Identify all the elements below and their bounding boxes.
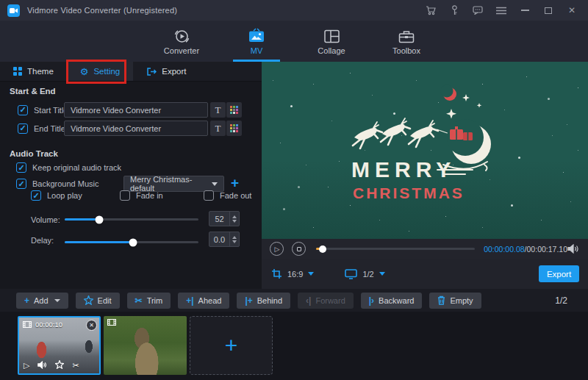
keep-original-audio-checkbox[interactable]: ✓ [16, 162, 26, 173]
loop-play-label: Loop play [47, 191, 82, 200]
add-clip-placeholder[interactable]: + [190, 316, 273, 375]
tab-toolbox[interactable]: Toolbox [380, 21, 433, 62]
maximize-button[interactable] [542, 4, 554, 16]
tab-collage[interactable]: Collage [305, 21, 358, 62]
panel-tab-export[interactable]: Export [133, 62, 199, 81]
volume-down-arrow[interactable] [232, 220, 237, 223]
plus-icon: + [24, 296, 29, 305]
export-button[interactable]: Export [539, 265, 579, 282]
section-header-start-end: Start & End [10, 87, 56, 96]
empty-list-button[interactable]: Empty [429, 293, 481, 309]
time-display: 00:00:00.08/00:00:17.10 [484, 245, 567, 254]
fade-out-checkbox[interactable]: ✓ [204, 190, 214, 201]
move-forward-button[interactable]: ‹| Forward [298, 293, 354, 309]
stop-button[interactable] [292, 242, 306, 256]
loop-play-checkbox[interactable]: ✓ [31, 190, 41, 201]
volume-mute-button[interactable] [567, 244, 579, 254]
christmas-scene [262, 62, 588, 239]
delay-down-arrow[interactable] [232, 240, 237, 243]
timeline-clip-2[interactable] [104, 316, 187, 375]
screen-page-selector[interactable]: 1/2 [345, 269, 384, 279]
cart-icon[interactable] [425, 4, 437, 16]
move-backward-button[interactable]: |› Backward [361, 293, 423, 309]
start-title-effect-button[interactable] [226, 102, 242, 118]
volume-label: Volume: [31, 215, 60, 224]
volume-slider-thumb[interactable] [96, 215, 104, 223]
panel-tab-bar: Theme ⚙ Setting Export [0, 62, 262, 82]
minimize-button[interactable] [519, 4, 531, 16]
scissors-icon: ✂ [135, 296, 143, 305]
close-button[interactable]: ✕ [566, 4, 578, 16]
delay-slider[interactable] [65, 241, 198, 243]
end-title-checkbox[interactable]: ✓ [18, 123, 28, 134]
register-key-icon[interactable] [448, 4, 460, 16]
delay-up-arrow[interactable] [232, 236, 237, 239]
insert-ahead-button[interactable]: +| Ahead [178, 293, 229, 309]
monitor-icon [345, 269, 357, 279]
clip-toolbar: + Add Edit ✂ Trim +| Ahead |+ Behind ‹| … [0, 289, 588, 312]
background-music-checkbox[interactable]: ✓ [16, 179, 26, 189]
background-music-label: Background Music [32, 179, 99, 188]
pixel-grid-icon [230, 106, 238, 114]
volume-slider[interactable] [65, 218, 198, 221]
aspect-ratio-selector[interactable]: 16:9 [271, 268, 314, 279]
end-title-font-button[interactable]: T [210, 121, 226, 136]
end-title-effect-button[interactable] [226, 121, 242, 136]
section-header-audio-track: Audio Track [10, 149, 58, 158]
volume-up-arrow[interactable] [232, 215, 237, 218]
volume-value: 52 [209, 215, 229, 223]
preview-panel: MERRY CHRISTMAS ▷ 00:00:00.08/00:00:17.1… [262, 62, 588, 289]
clip-trim-icon[interactable]: ✂ [72, 362, 79, 370]
magic-star-icon [84, 295, 93, 305]
trim-clip-button[interactable]: ✂ Trim [127, 293, 171, 309]
clip-play-icon[interactable]: ▷ [24, 362, 29, 370]
fade-in-checkbox[interactable]: ✓ [120, 190, 130, 201]
main-navbar: Converter MV Collage Toolbox [0, 21, 588, 62]
remove-clip-icon[interactable]: ✕ [86, 320, 97, 331]
toolbox-icon [398, 28, 415, 45]
add-clip-button[interactable]: + Add [16, 293, 68, 309]
menu-icon[interactable] [495, 4, 507, 16]
aspect-ratio-icon [271, 268, 282, 279]
clip-audio-icon[interactable] [37, 361, 47, 370]
insert-ahead-icon: +| [186, 296, 193, 305]
volume-slider-fill [65, 218, 99, 221]
settings-panel: Theme ⚙ Setting Export Start & End ✓ Sta… [0, 62, 262, 289]
panel-tab-theme[interactable]: Theme [0, 62, 67, 81]
panel-tab-setting-label: Setting [93, 67, 120, 76]
gear-icon: ⚙ [80, 67, 89, 76]
delay-slider-thumb[interactable] [129, 238, 137, 246]
volume-spinbox[interactable]: 52 [209, 211, 240, 226]
move-forward-icon: ‹| [306, 296, 311, 305]
chevron-down-icon [308, 272, 314, 276]
panel-tab-setting[interactable]: ⚙ Setting [67, 62, 133, 81]
end-title-input[interactable] [64, 121, 208, 136]
tab-converter[interactable]: Converter [155, 21, 208, 62]
export-tab-icon [146, 67, 157, 76]
pixel-grid-icon [230, 124, 238, 132]
start-title-input[interactable] [64, 102, 208, 118]
fade-in-label: Fade in [136, 191, 163, 200]
delay-slider-fill [65, 241, 133, 243]
decor-dash [437, 169, 473, 171]
add-music-button[interactable]: + [231, 176, 239, 190]
tab-mv[interactable]: MV [230, 21, 283, 62]
start-title-checkbox[interactable]: ✓ [18, 105, 28, 115]
preview-title-christmas: CHRISTMAS [353, 185, 465, 201]
insert-behind-button[interactable]: |+ Behind [237, 293, 290, 309]
timeline-clip-1-selected[interactable]: 00:00:10 ✕ ▷ ✂ [18, 316, 101, 375]
plus-icon: + [225, 334, 238, 356]
feedback-icon[interactable] [472, 4, 484, 16]
play-button[interactable]: ▷ [270, 242, 284, 256]
edit-clip-button[interactable]: Edit [76, 293, 120, 309]
delay-value: 0.0 [209, 235, 229, 244]
seek-bar-thumb[interactable] [319, 245, 326, 253]
start-title-font-button[interactable]: T [210, 102, 226, 118]
clip-edit-icon[interactable] [55, 360, 64, 370]
theme-icon [13, 67, 22, 76]
delay-spinbox[interactable]: 0.0 [209, 232, 240, 247]
seek-bar[interactable] [316, 248, 475, 250]
move-backward-icon: |› [369, 296, 374, 305]
screen-page-value: 1/2 [362, 270, 373, 279]
collage-icon [323, 28, 340, 45]
